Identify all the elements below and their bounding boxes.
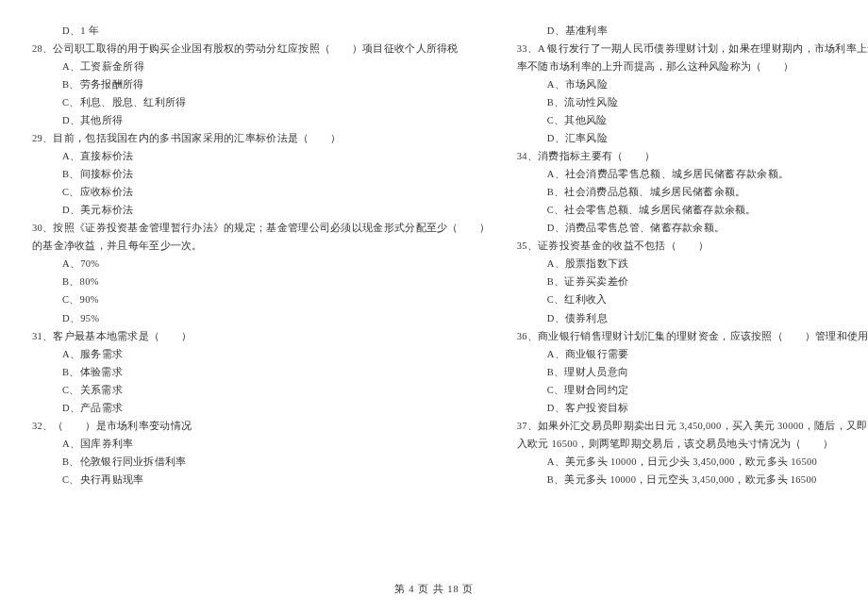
- question-option: D、基准利率: [517, 23, 868, 40]
- column-right: D、基准利率33、A 银行发行了一期人民币债券理财计划，如果在理财期内，市场利率…: [517, 23, 868, 575]
- question-stem: 30、按照《证券投资基金管理暂行办法》的规定；基金管理公司必须以现金形式分配至少…: [32, 220, 491, 237]
- question-option: D、产品需求: [32, 400, 491, 417]
- question-option: C、关系需求: [32, 382, 491, 399]
- question-stem: 37、如果外汇交易员即期卖出日元 3,450,000，买入美元 30000，随后…: [517, 418, 868, 435]
- question-option: C、理财合同约定: [517, 382, 868, 399]
- question-option: D、消费品零售总管、储蓄存款余额。: [517, 220, 868, 237]
- question-option: C、利息、股息、红利所得: [32, 94, 491, 111]
- question-option: D、汇率风险: [517, 130, 868, 147]
- question-stem: 33、A 银行发行了一期人民币债券理财计划，如果在理财期内，市场利率上升，但该产…: [517, 41, 868, 58]
- question-stem: 入欧元 16500，则两笔即期交易后，该交易员地头寸情况为（ ）: [517, 436, 868, 453]
- question-option: B、美元多头 10000，日元空头 3,450,000，欧元多头 16500: [517, 472, 868, 489]
- question-option: D、美元标价法: [32, 202, 491, 219]
- question-option: B、劳务报酬所得: [32, 76, 491, 93]
- question-option: D、1 年: [32, 23, 491, 40]
- question-stem: 34、消费指标主要有（ ）: [517, 148, 868, 165]
- page-content: D、1 年28、公司职工取得的用于购买企业国有股权的劳动分红应按照（ ）项目征收…: [0, 0, 868, 575]
- question-option: C、应收标价法: [32, 184, 491, 201]
- question-option: A、直接标价法: [32, 148, 491, 165]
- question-option: C、红利收入: [517, 291, 868, 308]
- question-option: B、体验需求: [32, 364, 491, 381]
- pager-total: 18: [447, 584, 459, 594]
- question-option: A、工资薪金所得: [32, 58, 491, 75]
- question-option: B、伦敦银行同业拆借利率: [32, 454, 491, 471]
- question-option: B、证券买卖差价: [517, 273, 868, 290]
- question-option: B、流动性风险: [517, 94, 868, 111]
- question-option: C、其他风险: [517, 112, 868, 129]
- question-stem: 28、公司职工取得的用于购买企业国有股权的劳动分红应按照（ ）项目征收个人所得税: [32, 41, 491, 58]
- pager-suffix: 页: [459, 584, 475, 594]
- question-stem: 29、目前，包括我国在内的多书国家采用的汇率标价法是（ ）: [32, 130, 491, 147]
- question-option: B、80%: [32, 273, 491, 290]
- question-option: A、美元多头 10000，日元少头 3,450,000，欧元多头 16500: [517, 454, 868, 471]
- question-option: A、股票指数下跌: [517, 256, 868, 273]
- question-option: D、债券利息: [517, 310, 868, 327]
- question-option: D、客户投资目标: [517, 400, 868, 417]
- question-option: B、间接标价法: [32, 166, 491, 183]
- column-left: D、1 年28、公司职工取得的用于购买企业国有股权的劳动分红应按照（ ）项目征收…: [32, 23, 491, 575]
- question-option: B、社会消费品总额、城乡居民储蓄余额。: [517, 184, 868, 201]
- question-option: A、市场风险: [517, 76, 868, 93]
- question-option: A、国库券利率: [32, 436, 491, 453]
- question-stem: 35、证券投资基金的收益不包括（ ）: [517, 238, 868, 255]
- question-stem: 率不随市场利率的上升而提高，那么这种风险称为（ ）: [517, 58, 868, 75]
- question-stem: 36、商业银行销售理财计划汇集的理财资金，应该按照（ ）管理和使用。: [517, 328, 868, 345]
- question-stem: 的基金净收益，并且每年至少一次。: [32, 238, 491, 255]
- pager-prefix: 第: [394, 584, 409, 594]
- question-option: D、95%: [32, 310, 491, 327]
- question-option: C、90%: [32, 291, 491, 308]
- question-option: A、服务需求: [32, 346, 491, 363]
- question-option: B、理财人员意向: [517, 364, 868, 381]
- question-option: C、社会零售总额、城乡居民储蓄存款余额。: [517, 202, 868, 219]
- question-option: D、其他所得: [32, 112, 491, 129]
- question-option: A、社会消费品零售总额、城乡居民储蓄存款余额。: [517, 166, 868, 183]
- question-option: C、央行再贴现率: [32, 472, 491, 489]
- question-option: A、70%: [32, 256, 491, 273]
- question-stem: 32、（ ）是市场利率变动情况: [32, 418, 491, 435]
- question-option: A、商业银行需要: [517, 346, 868, 363]
- page-footer: 第 4 页 共 18 页: [0, 581, 868, 598]
- question-stem: 31、客户最基本地需求是（ ）: [32, 328, 491, 345]
- pager-mid: 页 共: [414, 584, 447, 594]
